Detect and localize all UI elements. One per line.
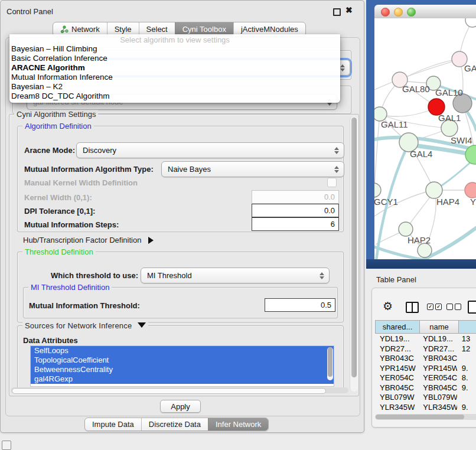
algorithm-dropdown-popup: Select algorithm to view settings Bayesi…: [9, 34, 340, 103]
column-header-sharedname[interactable]: shared...: [375, 320, 420, 334]
settings-vscrollbar-thumb[interactable]: [351, 118, 357, 377]
aracne-mode-combo[interactable]: Discovery: [76, 142, 344, 158]
cell: [457, 393, 476, 403]
network-node[interactable]: [374, 183, 381, 197]
table-hscrollbar-thumb[interactable]: [376, 415, 464, 419]
tab-infer-network-label: Infer Network: [216, 420, 261, 429]
combo-stepper-icon: [340, 64, 345, 71]
mi-steps-label: Mutual Information Steps:: [24, 220, 119, 229]
cell: YLR345W: [375, 403, 418, 413]
dropdown-item[interactable]: Basic Correlation Inference: [11, 54, 107, 63]
cyni-bottom-tabbar: Impute Data Discretize Data Infer Networ…: [84, 418, 269, 431]
close-icon[interactable]: ✖: [345, 5, 353, 15]
tab-impute-data[interactable]: Impute Data: [85, 418, 141, 431]
data-attributes-label: Data Attributes: [23, 336, 78, 345]
node-label: GAL11: [381, 119, 408, 129]
table-row[interactable]: YDL19...YDL19...13: [375, 334, 476, 344]
screen: Control Panel ✖ Network Style Select Cyn…: [0, 0, 476, 450]
expanded-arrow-icon[interactable]: [138, 322, 146, 328]
export-table-icon[interactable]: [468, 301, 476, 314]
column-header-name[interactable]: name: [420, 320, 459, 334]
apply-button[interactable]: Apply: [160, 400, 201, 413]
mi-steps-value: 6: [331, 220, 335, 229]
dropdown-item[interactable]: Mutual Information Inference: [11, 73, 113, 81]
network-node[interactable]: [418, 243, 432, 257]
table-hscrollbar[interactable]: [375, 414, 476, 420]
mi-threshold-field[interactable]: 0.5: [265, 298, 335, 312]
dropdown-item-selected[interactable]: ARACNE Algorithm: [11, 63, 85, 72]
manual-kernel-width-checkbox[interactable]: [327, 178, 337, 187]
table-body: YDL19...YDL19...13 YDR27...YDR27...12 YB…: [375, 334, 476, 422]
table-settings-gear-icon[interactable]: ⚙: [383, 301, 393, 312]
table-row[interactable]: YBR043CYBR043C: [375, 354, 476, 364]
data-attributes-list[interactable]: SelfLoops TopologicalCoefficient Between…: [30, 345, 334, 387]
table-row[interactable]: YPR145WYPR145W9.: [375, 364, 476, 374]
cell: YDR27...: [418, 344, 457, 354]
mi-steps-field[interactable]: 6: [252, 217, 339, 231]
dropdown-item[interactable]: Bayesian – Hill Climbing: [11, 44, 97, 53]
dpi-tolerance-field[interactable]: 0.0: [252, 204, 339, 217]
attribute-item[interactable]: gal4RGexp: [31, 374, 334, 384]
which-threshold-value: MI Threshold: [147, 271, 192, 280]
tab-jactivemnodules-label: jActiveMNodules: [241, 25, 298, 34]
mi-threshold-label: Mutual Information Threshold:: [29, 301, 140, 310]
attribute-item[interactable]: SelfLoops: [31, 346, 334, 356]
list-vscrollbar[interactable]: [327, 347, 333, 380]
float-panel-icon[interactable]: [2, 441, 11, 450]
cell: [457, 354, 476, 364]
network-node[interactable]: [465, 18, 476, 27]
which-threshold-label: Which threshold to use:: [51, 271, 138, 280]
float-window-icon[interactable]: [333, 8, 341, 16]
network-graph: GAL GAL80 GAL10 GAL1 GAL11 SWI4 GAL4 GCY…: [374, 18, 476, 259]
tab-discretize-data[interactable]: Discretize Data: [141, 418, 208, 431]
add-column-icon[interactable]: [406, 302, 419, 313]
network-node[interactable]: [426, 182, 442, 198]
zoom-traffic-light-icon[interactable]: [407, 8, 416, 17]
network-window-titlebar[interactable]: [374, 5, 476, 19]
cell: 12: [457, 344, 476, 354]
hub-definition-toggle[interactable]: Hub/Transcription Factor Definition: [23, 236, 154, 244]
tab-infer-network[interactable]: Infer Network: [208, 418, 268, 431]
table-row[interactable]: YER054CYER054C8.: [375, 373, 476, 383]
kernel-width-field[interactable]: 0.0: [252, 190, 339, 204]
node-label: GAL1: [438, 113, 461, 123]
settings-hscrollbar-thumb[interactable]: [12, 388, 326, 394]
table-row[interactable]: YBR045CYBR045C9.: [375, 383, 476, 393]
column-header-cut[interactable]: [459, 320, 476, 334]
settings-vscrollbar[interactable]: [350, 116, 358, 392]
select-all-icon[interactable]: ✓ ✓: [427, 304, 442, 310]
close-traffic-light-icon[interactable]: [381, 8, 390, 17]
dpi-tolerance-value: 0.0: [324, 206, 335, 215]
sources-group-title: Sources for Network Inference: [22, 321, 148, 330]
cell: YPR145W: [375, 364, 418, 374]
dropdown-item[interactable]: Dream8 DC_TDC Algorithm: [11, 92, 110, 100]
attribute-item[interactable]: BetweennessCentrality: [31, 365, 334, 374]
mi-algorithm-type-combo[interactable]: Naive Bayes: [161, 161, 344, 177]
deselect-all-icon[interactable]: [446, 304, 461, 310]
network-icon: [60, 25, 69, 34]
tab-discretize-data-label: Discretize Data: [149, 420, 201, 429]
minimize-traffic-light-icon[interactable]: [394, 8, 403, 17]
dpi-tolerance-label: DPI Tolerance [0,1]:: [24, 207, 95, 216]
table-row[interactable]: YDR27...YDR27...12: [375, 344, 476, 354]
table-row[interactable]: YBL079WYBL079W: [375, 393, 476, 403]
list-vscrollbar-thumb[interactable]: [328, 347, 332, 377]
cell: YBL079W: [375, 393, 418, 403]
node-label: SWI4: [451, 135, 472, 145]
settings-hscrollbar[interactable]: [11, 387, 348, 393]
cell: YPR145W: [418, 364, 457, 374]
threshold-definition-title: Threshold Definition: [22, 247, 96, 256]
which-threshold-combo[interactable]: MI Threshold: [141, 268, 330, 283]
cell: YDL19...: [418, 334, 457, 344]
aracne-mode-label: Aracne Mode:: [24, 146, 75, 155]
dropdown-item[interactable]: Bayesian – K2: [11, 82, 63, 91]
cell: 9.: [457, 383, 476, 393]
algorithm-definition-title: Algorithm Definition: [22, 122, 94, 131]
network-canvas[interactable]: GAL GAL80 GAL10 GAL1 GAL11 SWI4 GAL4 GCY…: [374, 18, 476, 259]
table-row[interactable]: YLR345WYLR345W9.: [375, 403, 476, 413]
control-panel-window: Control Panel ✖ Network Style Select Cyn…: [0, 0, 364, 433]
cell: YBR045C: [375, 383, 418, 393]
network-node[interactable]: [465, 182, 476, 198]
network-node[interactable]: [399, 222, 413, 236]
attribute-item[interactable]: TopologicalCoefficient: [31, 356, 334, 365]
